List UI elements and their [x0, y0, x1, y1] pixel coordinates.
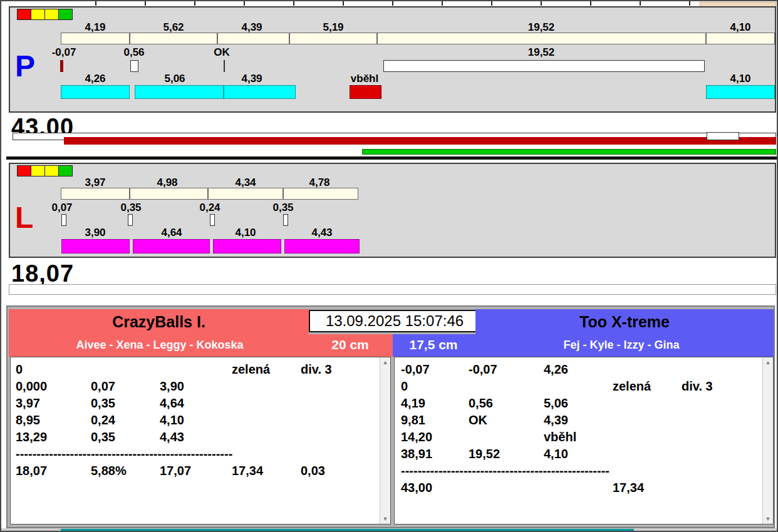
l-split-label: 3,97: [67, 176, 123, 189]
table-cell: -0,07: [401, 362, 430, 377]
l-cross-label: 0,07: [34, 202, 90, 214]
table-cell: 17,34: [613, 481, 644, 495]
p-run-bar: [135, 85, 224, 99]
team-left-name: CrazyBalls I.: [112, 313, 205, 330]
table-cell: 14,20: [401, 430, 432, 444]
table-cell: 19,52: [469, 447, 500, 461]
l-total-time: 18,07: [11, 260, 74, 287]
table-cell: -0,07: [469, 362, 497, 377]
light-yellow-icon: [31, 165, 45, 176]
l-run-bar: [61, 239, 130, 253]
table-cell: 13,29: [16, 430, 47, 444]
start-lights-l: [17, 165, 76, 178]
p-track-segment: [289, 33, 377, 44]
lane-divider: [6, 156, 777, 160]
left-table-scrollbar[interactable]: ▲ ▼: [380, 357, 390, 524]
l-split-label: 4,98: [139, 176, 195, 189]
lane-letter-l: L: [15, 203, 33, 233]
p-track-segment: [217, 33, 289, 44]
table-row: 4,190,565,06: [395, 396, 762, 413]
timestamp: 13.09.2025 15:07:46: [309, 310, 480, 332]
p-progress-green-bar: [362, 149, 776, 155]
table-cell: 17,34: [232, 464, 263, 478]
p-split-label: 4,10: [712, 21, 769, 34]
p-track-segment: [706, 33, 775, 44]
l-run-label: 4,43: [294, 227, 350, 239]
table-cell: zelená: [232, 362, 270, 377]
table-cell: 4,10: [160, 413, 184, 427]
p-run-bar: [706, 85, 775, 99]
l-run-bar: [213, 239, 281, 253]
light-green-icon: [58, 165, 73, 176]
team-left-subheader: Aivee - Xena - Leggy - Kokoska 20 cm: [9, 334, 393, 357]
l-cross-label: 0,35: [255, 202, 311, 214]
team-right-lineup: Fej - Kyle - Izzy - Gina: [471, 339, 772, 352]
table-cell: 18,07: [16, 464, 47, 478]
p-track-segment: [130, 33, 217, 44]
p-run-label: 4,10: [712, 73, 769, 85]
table-cell: 38,91: [401, 447, 432, 461]
team-right-header: Too X-treme: [475, 309, 774, 334]
light-green-icon: [58, 9, 73, 20]
p-run-bar: [224, 85, 296, 99]
l-split-label: 4,34: [217, 176, 274, 189]
p-progress-marker-box: [707, 132, 739, 140]
lane-letter-p: P: [15, 51, 35, 81]
bottom-teal-strip: [61, 529, 634, 532]
table-cell: ----------------------------------------…: [16, 447, 232, 461]
l-cross-label: 0,24: [182, 202, 238, 214]
table-cell: 0,56: [469, 396, 493, 411]
p-split-label: 4,19: [67, 21, 123, 34]
p-cross-label: 19,52: [513, 46, 569, 59]
table-cell: 0: [401, 379, 408, 394]
table-row: 38,9119,524,10: [395, 447, 762, 464]
l-cross-box: [210, 214, 215, 226]
table-cell: 8,95: [16, 413, 40, 427]
scoreboard: CrazyBalls I. 13.09.2025 15:07:46 Too X-…: [6, 305, 775, 528]
table-cell: 3,97: [16, 396, 40, 411]
table-cell: 4,39: [544, 413, 568, 427]
p-split-label: 5,19: [305, 21, 361, 34]
p-cross-label: OK: [194, 46, 250, 59]
table-row: 13,290,354,43: [11, 430, 380, 447]
team-left-header: CrazyBalls I.: [9, 309, 309, 334]
team-left-lineup: Aivee - Xena - Leggy - Kokoska: [9, 339, 311, 352]
light-yellow2-icon: [44, 165, 59, 176]
light-yellow-icon: [31, 9, 45, 20]
p-cross-tick: [60, 60, 63, 72]
scroll-up-icon[interactable]: ▲: [380, 357, 390, 367]
start-lights-p: [17, 9, 76, 21]
scroll-down-icon[interactable]: ▼: [380, 514, 390, 524]
p-cross-label: 0,56: [106, 46, 162, 59]
right-results-table: -0,07-0,074,260zelenádiv. 34,190,565,069…: [395, 362, 762, 524]
l-run-bar: [284, 239, 360, 253]
light-red-icon: [17, 165, 31, 176]
light-red-icon: [17, 9, 31, 20]
table-cell: 0: [16, 362, 23, 377]
table-cell: 3,90: [160, 379, 184, 394]
table-cell: 4,64: [160, 396, 184, 411]
team-right-height: 17,5 cm: [399, 337, 468, 352]
table-row: ----------------------------------------…: [395, 464, 762, 481]
l-cross-box: [128, 214, 133, 226]
l-track-segment: [283, 188, 358, 200]
table-cell: vběhl: [544, 430, 576, 444]
scroll-down-icon[interactable]: ▼: [763, 514, 773, 524]
l-cross-label: 0,35: [103, 202, 159, 214]
scroll-up-icon[interactable]: ▲: [763, 357, 773, 367]
team-right-name: Too X-treme: [579, 313, 670, 330]
p-run-label: 5,06: [147, 73, 203, 85]
team-left-height: 20 cm: [316, 337, 385, 352]
p-run-bar: [61, 85, 130, 99]
table-row: 18,075,88%17,0717,340,03: [11, 464, 380, 481]
right-table-scrollbar[interactable]: ▲ ▼: [762, 357, 773, 524]
l-track-segment: [130, 188, 208, 200]
table-cell: OK: [469, 413, 487, 427]
table-cell: 0,35: [91, 430, 115, 444]
table-cell: 0,07: [91, 379, 115, 394]
table-cell: 4,19: [401, 396, 425, 411]
p-progress-red-bar: [64, 137, 776, 145]
table-row: ----------------------------------------…: [11, 447, 380, 464]
l-track-segment: [208, 188, 283, 200]
table-cell: div. 3: [301, 362, 332, 377]
